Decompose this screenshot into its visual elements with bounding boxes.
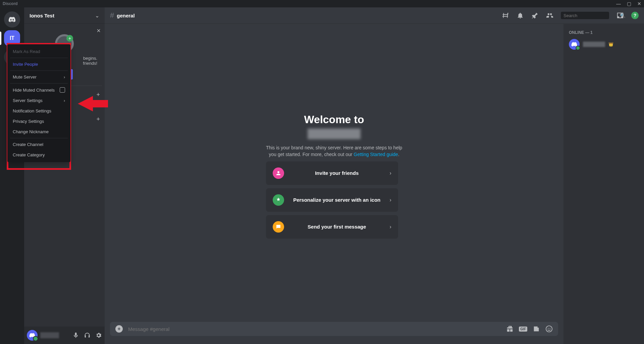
hash-icon: # — [110, 11, 114, 20]
add-channel-icon[interactable]: + — [96, 91, 100, 98]
inbox-icon[interactable] — [616, 12, 624, 19]
ctx-server-settings[interactable]: Server Settings› — [10, 95, 68, 106]
ctx-change-nickname[interactable]: Change Nickname — [10, 127, 68, 137]
window-titlebar: Discord — ▢ ✕ — [0, 0, 644, 7]
action-invite-friends[interactable]: Invite your friends › — [266, 161, 398, 185]
window-maximize-icon[interactable]: ▢ — [627, 1, 631, 6]
bell-icon[interactable] — [517, 12, 524, 19]
channel-name: general — [117, 13, 135, 18]
headphones-icon[interactable] — [84, 332, 91, 339]
member-row[interactable]: 👑 — [569, 38, 641, 51]
plus-badge-icon: + — [66, 35, 73, 42]
ctx-invite-people[interactable]: Invite People — [10, 59, 68, 69]
server-header[interactable]: Ionos Test ⌄ — [24, 7, 105, 23]
checkbox-icon — [60, 87, 65, 93]
chevron-right-icon: › — [390, 224, 391, 230]
svg-point-3 — [550, 328, 550, 329]
ctx-mute-server[interactable]: Mute Server› — [10, 72, 68, 82]
gift-icon[interactable] — [506, 325, 514, 333]
ctx-privacy-settings[interactable]: Privacy Settings — [10, 116, 68, 127]
ctx-hide-muted-channels[interactable]: Hide Muted Channels — [10, 85, 68, 95]
discord-logo-icon — [571, 42, 577, 47]
invite-icon — [273, 167, 284, 179]
member-list: ONLINE — 1 👑 — [564, 23, 644, 344]
mic-icon[interactable] — [72, 332, 79, 339]
personalize-icon — [273, 194, 284, 206]
app-title: Discord — [3, 1, 18, 6]
self-username-redacted — [40, 332, 59, 338]
window-close-icon[interactable]: ✕ — [637, 1, 641, 6]
chat-area: Welcome to This is your brand new, shiny… — [105, 23, 564, 344]
emoji-icon[interactable] — [545, 325, 553, 333]
chevron-right-icon: › — [390, 197, 391, 203]
chevron-right-icon: › — [390, 170, 391, 176]
main-content: # general 🔍 ? Welcome to — [105, 7, 644, 344]
gear-icon[interactable] — [95, 332, 102, 339]
self-avatar[interactable] — [27, 330, 38, 341]
ctx-create-category[interactable]: Create Category — [10, 150, 68, 160]
ctx-mark-as-read: Mark As Read — [10, 46, 68, 57]
action-send-first-message[interactable]: Send your first message › — [266, 215, 398, 239]
window-minimize-icon[interactable]: — — [616, 1, 621, 6]
action-personalize-server[interactable]: Personalize your server with an icon › — [266, 188, 398, 212]
sticker-icon[interactable] — [533, 325, 540, 333]
chevron-right-icon: › — [64, 75, 65, 80]
search-box[interactable]: 🔍 — [561, 12, 609, 19]
svg-point-1 — [546, 326, 552, 332]
welcome-server-name-redacted — [308, 129, 361, 139]
discord-logo-icon — [8, 16, 16, 23]
members-icon[interactable] — [546, 12, 553, 19]
message-icon — [273, 221, 284, 233]
server-icon-active[interactable]: IT — [4, 30, 20, 46]
attach-button[interactable]: + — [115, 325, 123, 333]
search-input[interactable] — [564, 13, 620, 18]
channel-header: # general 🔍 ? — [105, 7, 644, 23]
chat-input: + GIF — [110, 322, 558, 336]
chevron-down-icon: ⌄ — [95, 12, 99, 19]
discord-logo-icon — [29, 333, 35, 338]
ctx-create-channel[interactable]: Create Channel — [10, 139, 68, 150]
pin-icon[interactable] — [531, 12, 539, 19]
ctx-notification-settings[interactable]: Notification Settings — [10, 106, 68, 116]
member-name-redacted — [583, 42, 605, 47]
gif-button[interactable]: GIF — [519, 327, 527, 332]
message-input[interactable] — [128, 326, 501, 332]
threads-icon[interactable] — [502, 12, 509, 19]
welcome-block: Welcome to This is your brand new, shiny… — [266, 113, 402, 238]
server-name: Ionos Test — [30, 13, 54, 18]
user-panel — [24, 327, 105, 344]
home-button[interactable] — [4, 11, 20, 28]
help-button[interactable]: ? — [631, 12, 639, 19]
server-initials: IT — [10, 35, 14, 41]
welcome-title: Welcome to — [266, 113, 402, 126]
crown-icon: 👑 — [608, 42, 613, 47]
svg-point-2 — [548, 328, 548, 329]
server-context-menu: Mark As Read Invite People Mute Server› … — [7, 44, 70, 162]
welcome-description: This is your brand new, shiny server. He… — [266, 145, 402, 158]
add-channel-icon[interactable]: + — [96, 116, 100, 123]
members-heading: ONLINE — 1 — [569, 30, 641, 35]
getting-started-link[interactable]: Getting Started guide — [354, 152, 398, 157]
close-icon[interactable]: × — [97, 27, 101, 35]
member-avatar — [569, 39, 580, 50]
chevron-right-icon: › — [64, 98, 65, 103]
